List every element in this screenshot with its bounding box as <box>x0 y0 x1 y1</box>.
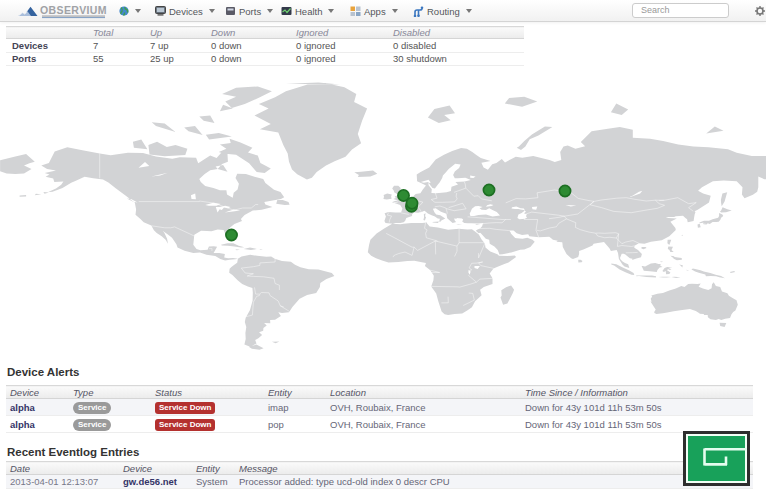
svg-text:OBSERVIUM: OBSERVIUM <box>40 4 107 16</box>
